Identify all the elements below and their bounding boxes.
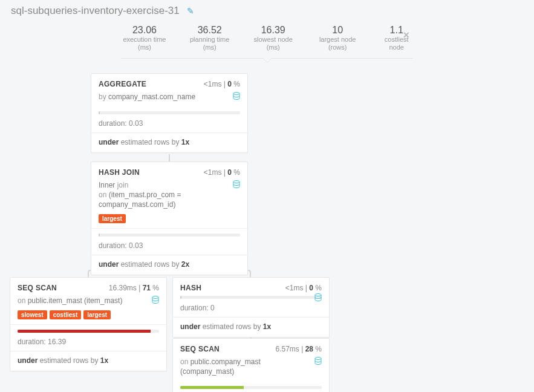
plan-node-seqscan-company[interactable]: SEQ SCAN 6.57ms | 28 % on public.company… [172, 338, 330, 392]
progress [173, 381, 329, 391]
plan-node-hashjoin[interactable]: HASH JOIN <1ms | 0 % Inner join on (item… [91, 162, 248, 276]
stat-largest-node: 10 largest node (rows) [314, 24, 360, 52]
progress [173, 296, 329, 301]
svg-point-1 [233, 180, 239, 183]
node-head: HASH <1ms | 0 % [173, 278, 329, 296]
plan-node-seqscan-item[interactable]: SEQ SCAN 16.39ms | 71 % on public.item_m… [10, 277, 167, 371]
badge-largest: largest [99, 214, 126, 223]
node-sub: on public.item_mast (item_mast) [10, 296, 166, 310]
header: sql-subqueries-inventory-exercise-31 ✎ [0, 0, 534, 17]
pointer-down-icon [262, 58, 272, 63]
stat-planning-time: 36.52 planning time (ms) [187, 24, 232, 52]
svg-point-0 [233, 92, 239, 94]
node-head: HASH JOIN <1ms | 0 % [91, 162, 247, 180]
node-title: SEQ SCAN [18, 284, 57, 292]
node-metrics: <1ms | 0 % [285, 284, 322, 292]
node-sub: by company_mast.com_name [91, 92, 247, 106]
duration-label: duration: 0.03 [91, 239, 247, 255]
page-title: sql-subqueries-inventory-exercise-31 [11, 5, 180, 17]
plan-node-aggregate[interactable]: AGGREGATE <1ms | 0 % by company_mast.com… [91, 73, 248, 153]
svg-point-4 [315, 357, 321, 359]
node-sub: on public.company_mast (company_mast) [173, 357, 329, 381]
stat-value: 10 [314, 24, 360, 36]
stat-value: 23.06 [121, 24, 168, 36]
badge-slowest: slowest [18, 310, 47, 319]
plan-node-hash[interactable]: HASH <1ms | 0 % duration: 0 under estima… [172, 277, 330, 338]
node-title: HASH [180, 284, 201, 292]
duration-label: duration: 0.03 [91, 117, 247, 132]
node-head: SEQ SCAN 6.57ms | 28 % [173, 339, 329, 357]
badge-largest: largest [83, 310, 111, 319]
plan-canvas: AGGREGATE <1ms | 0 % by company_mast.com… [0, 73, 534, 392]
node-title: AGGREGATE [99, 80, 146, 88]
edit-icon[interactable]: ✎ [187, 6, 194, 16]
database-icon [314, 293, 322, 304]
badges: slowest costliest largest [10, 310, 166, 324]
duration-label: duration: 16.39 [10, 335, 166, 351]
stat-value: 36.52 [187, 24, 232, 36]
node-metrics: <1ms | 0 % [204, 80, 240, 88]
stat-label: planning time (ms) [187, 36, 232, 51]
node-metrics: 16.39ms | 71 % [109, 284, 159, 292]
progress [91, 229, 247, 239]
node-title: SEQ SCAN [180, 345, 220, 353]
estimate-label: under estimated rows by 1x [10, 351, 166, 371]
estimate-label: under estimated rows by 2x [91, 255, 247, 275]
estimate-label: under estimated rows by 1x [173, 318, 329, 337]
progress [91, 106, 247, 117]
database-icon [314, 357, 322, 368]
node-sub: Inner join on (item_mast.pro_com = compa… [91, 180, 247, 215]
duration-label: duration: 0 [173, 301, 329, 317]
estimate-label: under estimated rows by 1x [91, 133, 247, 152]
database-icon [152, 296, 159, 307]
stat-slowest-node: 16.39 slowest node (ms) [251, 24, 295, 52]
svg-point-2 [152, 296, 158, 298]
stat-label: slowest node (ms) [251, 36, 295, 51]
badges: largest [91, 214, 247, 228]
database-icon [233, 92, 240, 103]
stats-bar: 23.06 execution time (ms) 36.52 planning… [121, 24, 413, 59]
database-icon [233, 180, 240, 191]
stat-execution-time: 23.06 execution time (ms) [121, 24, 168, 52]
progress [10, 325, 166, 335]
stat-label: execution time (ms) [121, 36, 168, 51]
badge-costliest: costliest [50, 310, 82, 319]
stat-value: 16.39 [251, 24, 295, 36]
svg-point-3 [315, 293, 321, 296]
close-icon[interactable]: × [403, 29, 409, 42]
node-head: SEQ SCAN 16.39ms | 71 % [10, 278, 166, 296]
node-title: HASH JOIN [99, 168, 140, 177]
connector [169, 154, 170, 162]
node-metrics: 6.57ms | 28 % [275, 345, 322, 353]
stat-label: largest node (rows) [314, 36, 360, 51]
node-head: AGGREGATE <1ms | 0 % [91, 74, 247, 92]
node-metrics: <1ms | 0 % [204, 168, 240, 177]
